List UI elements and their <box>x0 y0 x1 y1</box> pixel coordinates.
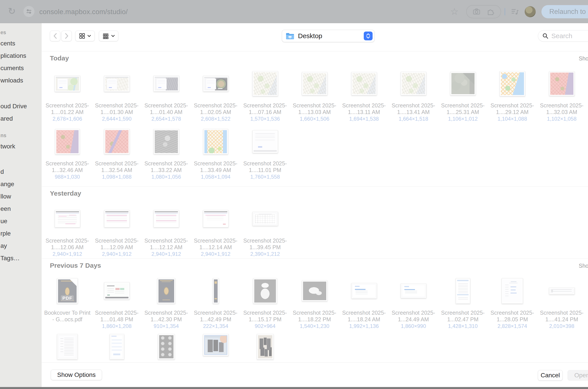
sidebar-item-ouddrive[interactable]: oud Drive <box>0 100 41 112</box>
file-item[interactable] <box>92 330 142 362</box>
map-red-thumbnail-icon <box>550 72 573 95</box>
file-item[interactable]: Screenshot 2025-1....01.40 AM2,654×1,578 <box>142 65 191 123</box>
file-item[interactable]: Screenshot 2025-1....12.14 AM2,940×1,912 <box>191 200 240 258</box>
thumbnail-box <box>456 273 470 308</box>
file-item[interactable]: Screenshot 2025-1...32.54 AM1,098×1,088 <box>92 123 142 181</box>
group-by-icon <box>102 33 109 39</box>
file-item[interactable]: Screenshot 2025-1...02.47 PM1,428×1,310 <box>438 272 488 330</box>
file-item[interactable]: Screenshot 2025-1....18.22 PM1,540×1,230 <box>290 272 339 330</box>
extensions-puzzle-icon[interactable] <box>486 8 494 16</box>
file-thumbnail <box>257 334 273 359</box>
show-less-link[interactable]: Show Less <box>579 263 588 269</box>
file-item[interactable]: Screenshot 2025-1....13.03 AM1,660×1,506 <box>290 65 339 123</box>
slide-mint-thumbnail-icon <box>105 283 128 298</box>
sidebar-item-cents[interactable]: cents <box>0 37 41 50</box>
slide-blue-thumbnail-icon <box>402 285 425 297</box>
file-item[interactable]: Screenshot 2025-1...39.45 PM2,390×1,212 <box>240 200 290 258</box>
group-by-button[interactable] <box>99 31 118 41</box>
pdf-badge: PDF <box>61 295 74 301</box>
thumbnail-box <box>104 66 130 101</box>
file-item[interactable]: Screenshot 2025-1....41.24 PM2,010×398 <box>537 272 587 330</box>
sidebar-item-ay[interactable]: ay <box>0 240 41 252</box>
file-item[interactable]: Screenshot 2025-1....11.01 PM1,760×1,558 <box>240 123 290 181</box>
profile-avatar[interactable] <box>525 6 536 17</box>
view-mode-button[interactable] <box>75 31 95 41</box>
file-item[interactable] <box>191 330 240 362</box>
relaunch-button[interactable]: Relaunch to update <box>541 5 588 18</box>
chevron-right-icon <box>65 33 69 39</box>
sidebar-item-ared[interactable]: ared <box>0 112 41 125</box>
file-item[interactable]: Screenshot 2025-1....29.12 AM1,104×1,088 <box>488 65 537 123</box>
sidebar-item-d[interactable]: d <box>0 166 41 178</box>
file-item[interactable]: Screenshot 2025-1...24.49 AM1,860×990 <box>389 272 438 330</box>
sidebar-item-wnloads[interactable]: wnloads <box>0 74 41 87</box>
sidebar-item-llow[interactable]: llow <box>0 190 41 203</box>
file-thumbnail <box>203 210 228 227</box>
file-item[interactable]: Screenshot 2025-1....15.17 PM902×964 <box>240 272 290 330</box>
file-item[interactable]: Screenshot 2025-1...42.49 PM222×1,354 <box>191 272 240 330</box>
chevron-down-icon <box>111 35 115 37</box>
sidebar-item-een[interactable]: een <box>0 203 41 215</box>
file-name: Screenshot 2025-1....12.09 AM <box>93 237 140 251</box>
address-bar[interactable]: console.mapbox.com/studio/ <box>39 8 128 16</box>
file-item[interactable] <box>43 330 92 362</box>
file-item[interactable]: Screenshot 2025-1....01.48 PM1,860×1,208 <box>92 272 142 330</box>
form-narrow-thumbnail-icon <box>111 335 123 358</box>
sidebar-gap <box>0 153 41 166</box>
camera-icon[interactable] <box>473 8 480 16</box>
bookmark-icon[interactable]: ☆ <box>450 6 459 17</box>
file-item[interactable]: Screenshot 2025-1....18.24 AM1,992×1,136 <box>339 272 389 330</box>
mapedit-dark-thumbnail-icon <box>155 77 178 90</box>
file-thumbnail <box>351 283 377 299</box>
file-item[interactable]: Screenshot 2025-1....25.31 AM1,106×1,012 <box>438 65 488 123</box>
sidebar-item-cuments[interactable]: cuments <box>0 62 41 74</box>
file-item[interactable] <box>240 330 290 362</box>
web-pink-a-thumbnail-icon <box>56 211 79 226</box>
desktop-folder-icon <box>286 32 294 39</box>
sidebar-item-rple[interactable]: rple <box>0 227 41 240</box>
location-select[interactable]: Desktop <box>282 30 374 42</box>
file-item[interactable]: Screenshot 2025-1....12.06 AM2,940×1,912 <box>43 200 92 258</box>
tab-list-icon[interactable] <box>511 7 519 16</box>
sidebar-item-tags[interactable]: Tags… <box>0 252 41 264</box>
file-item[interactable]: Screenshot 2025-1....13.41 AM1,664×1,518 <box>389 65 438 123</box>
file-item[interactable] <box>142 330 191 362</box>
file-item[interactable]: Screenshot 2025-1...42.30 PM910×1,354 <box>142 272 191 330</box>
site-settings-button[interactable] <box>23 6 35 17</box>
file-item[interactable]: Screenshot 2025-1....01.22 AM2,678×1,606 <box>43 65 92 123</box>
search-field[interactable] <box>538 30 588 42</box>
open-button[interactable]: Open <box>567 370 588 381</box>
sidebar-item-twork[interactable]: twork <box>0 140 41 153</box>
file-item[interactable]: Screenshot 2025-1...28.05 PM2,828×1,574 <box>488 272 537 330</box>
sidebar-item-ange[interactable]: ange <box>0 178 41 190</box>
sidebar-item-ue[interactable]: ue <box>0 215 41 227</box>
forward-button[interactable] <box>61 31 72 41</box>
file-item[interactable]: Screenshot 2025-1...33.22 AM1,080×1,056 <box>142 123 191 181</box>
file-item[interactable]: Screenshot 2025-1...32.03 AM1,102×1,058 <box>537 65 587 123</box>
file-item[interactable]: Screenshot 2025-1....07.16 AM1,570×1,536 <box>240 65 290 123</box>
open-dialog: Desktop TodayShow LessScreenshot 2025-1.… <box>42 23 588 387</box>
file-thumbnail <box>401 284 426 298</box>
section-title: Yesterday <box>50 190 81 197</box>
file-item[interactable]: Screenshot 2025-1....12.12 AM2,940×1,912 <box>142 200 191 258</box>
file-item[interactable]: Screenshot 2025-1...02.05 AM2,608×1,522 <box>191 65 240 123</box>
file-dimensions: 2,940×1,912 <box>102 251 132 257</box>
file-name: Screenshot 2025-1...32.46 AM <box>44 160 91 173</box>
thumbnail-box <box>57 331 77 362</box>
show-options-button[interactable]: Show Options <box>51 370 102 380</box>
reload-icon[interactable]: ↻ <box>8 6 16 17</box>
file-item[interactable]: Screenshot 2025-1....12.09 AM2,940×1,912 <box>92 200 142 258</box>
coins-dark-thumbnail-icon <box>159 335 174 358</box>
file-item[interactable]: Screenshot 2025-1...33.49 AM1,058×1,094 <box>191 123 240 181</box>
dialog-footer: Show Options Cancel Open <box>42 362 588 387</box>
file-item[interactable]: Screenshot 2025-1...32.46 AM988×1,030 <box>43 123 92 181</box>
back-button[interactable] <box>50 31 60 41</box>
file-item[interactable]: Screenshot 2025-1....01.30 AM2,644×1,590 <box>92 65 142 123</box>
file-section: Previous 7 DaysShow LessPDFBookcover To … <box>42 259 588 362</box>
file-item[interactable]: Screenshot 2025-1....13.11 AM1,694×1,538 <box>339 65 389 123</box>
cancel-button[interactable]: Cancel <box>538 370 563 381</box>
sidebar-item-plications[interactable]: plications <box>0 50 41 62</box>
show-less-link[interactable]: Show Less <box>579 55 588 62</box>
file-item[interactable]: PDFBookcover To Print - G...ocs.pdf <box>43 272 92 330</box>
search-input[interactable] <box>551 32 588 40</box>
